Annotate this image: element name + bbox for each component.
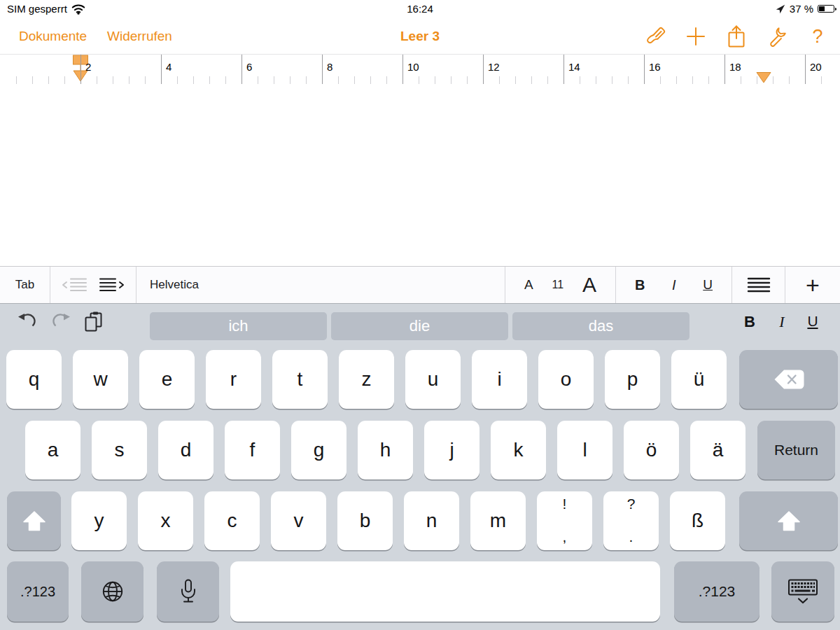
italic-button[interactable]: I: [672, 277, 676, 293]
key-?.[interactable]: ?.: [603, 491, 659, 550]
ruler-tick: [258, 76, 258, 84]
key-x[interactable]: x: [138, 491, 193, 550]
paste-icon[interactable]: [84, 312, 104, 335]
ruler-label: 8: [327, 61, 332, 73]
outdent-icon[interactable]: [62, 276, 88, 294]
key-g[interactable]: g: [291, 421, 346, 479]
bold-button[interactable]: B: [635, 277, 645, 293]
key-z[interactable]: z: [339, 350, 394, 409]
key-ä[interactable]: ä: [690, 421, 746, 479]
key-v[interactable]: v: [271, 491, 326, 550]
key-y[interactable]: y: [71, 491, 127, 550]
font-name-button[interactable]: Helvetica: [136, 267, 505, 303]
key-ü[interactable]: ü: [671, 350, 727, 409]
ruler-tick: [660, 76, 661, 84]
key-ö[interactable]: ö: [624, 421, 679, 479]
text-style-controls: B I U: [616, 267, 732, 303]
ruler-tick: [370, 76, 371, 84]
ruler-tick: [209, 76, 210, 84]
dictation-key[interactable]: [157, 561, 219, 622]
key-ß[interactable]: ß: [670, 491, 725, 550]
ruler-tick: [499, 76, 500, 84]
key-k[interactable]: k: [491, 421, 546, 479]
ruler-tick: [789, 76, 790, 84]
insert-button[interactable]: [685, 24, 707, 49]
key-d[interactable]: d: [158, 421, 214, 479]
alignment-button[interactable]: [732, 267, 785, 303]
key-l[interactable]: l: [557, 421, 612, 479]
suggestion-pill[interactable]: das: [512, 312, 690, 340]
key-s[interactable]: s: [92, 421, 147, 479]
ruler-gridline: [483, 55, 484, 84]
ruler-tick: [612, 76, 612, 84]
indent-icon[interactable]: [99, 276, 125, 294]
keyboard: B I U ichdiedas qwertzuiopü asdfghjklöä …: [0, 304, 840, 630]
status-bar: SIM gesperrt 16:24 37 %: [0, 0, 840, 18]
kb-italic-button[interactable]: I: [771, 313, 792, 331]
share-button[interactable]: [725, 24, 748, 49]
key-u[interactable]: u: [405, 350, 461, 409]
key-q[interactable]: q: [6, 350, 62, 409]
tools-button[interactable]: [766, 24, 788, 49]
ruler[interactable]: 2468101214161820: [0, 54, 840, 85]
key-!,[interactable]: !,: [537, 491, 592, 550]
undo-icon[interactable]: [17, 312, 36, 332]
tab-button[interactable]: Tab: [0, 267, 50, 303]
shift-left-key[interactable]: [7, 491, 61, 550]
suggestion-pill[interactable]: die: [331, 312, 508, 340]
globe-key[interactable]: [81, 561, 144, 622]
key-h[interactable]: h: [358, 421, 413, 479]
ruler-gridline: [322, 55, 323, 84]
dismiss-keyboard-key[interactable]: [771, 561, 834, 622]
kb-bold-button[interactable]: B: [739, 313, 760, 331]
document-canvas[interactable]: [0, 84, 840, 266]
redo-icon[interactable]: [52, 312, 71, 332]
symbols-key-right[interactable]: .?123: [674, 561, 760, 622]
underline-button[interactable]: U: [703, 277, 713, 293]
key-p[interactable]: p: [605, 350, 660, 409]
key-t[interactable]: t: [272, 350, 328, 409]
key-b[interactable]: b: [337, 491, 393, 550]
key-o[interactable]: o: [538, 350, 594, 409]
symbols-key-left[interactable]: .?123: [7, 561, 69, 622]
key-r[interactable]: r: [206, 350, 261, 409]
ruler-gridline: [724, 55, 725, 84]
right-indent-marker[interactable]: [755, 71, 772, 84]
keyboard-dismiss-icon: [787, 578, 819, 605]
indent-controls: [50, 267, 136, 303]
space-key[interactable]: [230, 561, 660, 622]
backspace-key[interactable]: [739, 350, 838, 409]
key-n[interactable]: n: [404, 491, 459, 550]
decrease-size-button[interactable]: A: [524, 277, 533, 293]
key-f[interactable]: f: [225, 421, 280, 479]
shift-right-key[interactable]: [739, 491, 838, 550]
ruler-gridline: [644, 55, 645, 84]
format-brush-button[interactable]: [644, 24, 666, 49]
ruler-tick: [708, 76, 709, 84]
add-format-button[interactable]: +: [785, 267, 840, 303]
ruler-tick: [628, 76, 629, 84]
ruler-label: 4: [166, 61, 172, 73]
key-j[interactable]: j: [424, 421, 479, 479]
suggestion-pill[interactable]: ich: [150, 312, 327, 340]
return-key[interactable]: Return: [757, 421, 835, 479]
key-c[interactable]: c: [204, 491, 260, 550]
ruler-tick: [290, 76, 290, 84]
key-row-2: asdfghjklöä: [25, 421, 746, 479]
kb-underline-button[interactable]: U: [802, 313, 823, 330]
key-a[interactable]: a: [25, 421, 80, 479]
battery-icon: [818, 5, 834, 13]
pages-app-screen: SIM gesperrt 16:24 37 % Dokumente Widerr…: [0, 0, 840, 630]
key-i[interactable]: i: [472, 350, 527, 409]
ruler-tick: [338, 76, 339, 84]
key-w[interactable]: w: [73, 350, 128, 409]
key-m[interactable]: m: [470, 491, 526, 550]
increase-size-button[interactable]: A: [582, 273, 596, 297]
ruler-gridline: [564, 55, 564, 84]
ruler-tick: [354, 76, 355, 84]
ruler-label: 6: [246, 61, 252, 73]
ruler-tick: [821, 76, 822, 84]
key-e[interactable]: e: [139, 350, 195, 409]
help-button[interactable]: ?: [806, 24, 829, 49]
ruler-tick: [467, 76, 468, 84]
